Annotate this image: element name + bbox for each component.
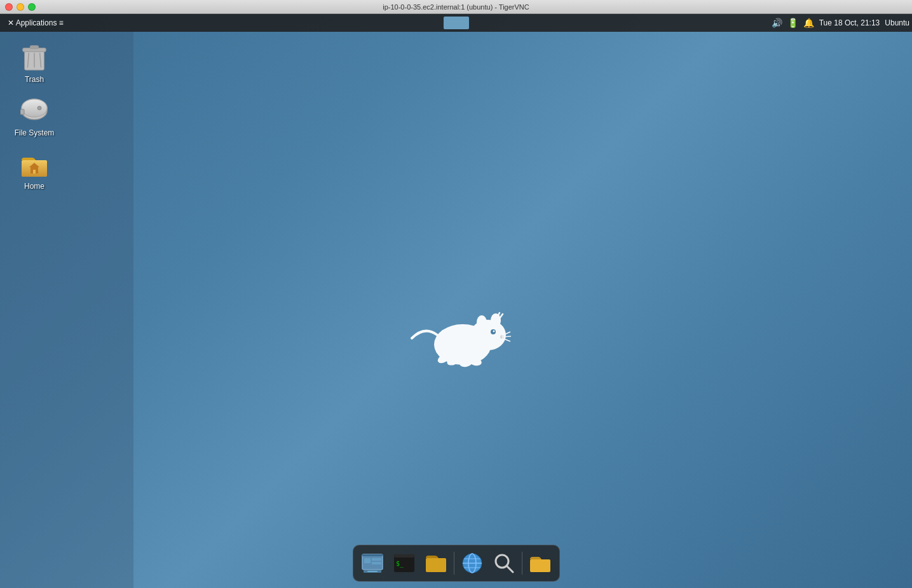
title-bar: ip-10-0-0-35.ec2.internal:1 (ubuntu) - T… [0,0,912,14]
svg-rect-36 [364,558,371,563]
trash-label: Trash [25,75,44,84]
svg-point-8 [22,99,47,117]
svg-line-49 [507,566,513,572]
svg-rect-15 [33,170,36,174]
svg-rect-37 [372,558,381,561]
window-buttons [5,3,36,11]
svg-point-21 [493,330,494,332]
window-title: ip-10-0-0-35.ec2.internal:1 (ubuntu) - T… [383,3,529,11]
home-label: Home [24,182,44,191]
panel-left: ✕ Applications ≡ [3,17,69,29]
desktop-icons: Trash [9,39,60,193]
svg-rect-35 [367,571,378,572]
filesystem-icon[interactable]: File System [9,93,60,140]
dock-browser[interactable] [457,548,487,578]
username-label: Ubuntu [885,18,909,27]
close-button[interactable] [5,3,13,11]
svg-rect-40 [394,554,414,557]
svg-rect-38 [372,562,381,564]
vnc-window: ip-10-0-0-35.ec2.internal:1 (ubuntu) - T… [0,0,912,588]
svg-point-18 [477,315,487,329]
minimize-button[interactable] [17,3,24,11]
dock-separator-1 [454,552,454,575]
svg-rect-42 [426,558,446,572]
desktop: ✕ Applications ≡ 🔊 🔋 🔔 Tue 18 Oct, 21:13… [0,14,912,588]
xfce-mouse-logo [399,300,514,379]
dock-separator-2 [522,552,522,575]
svg-point-17 [470,320,506,350]
dock-search[interactable] [489,548,519,578]
svg-text:$_: $_ [396,560,404,568]
svg-rect-2 [30,46,38,49]
svg-rect-33 [362,554,383,556]
home-icon-image [19,149,50,179]
bottom-dock: $_ [353,545,560,582]
svg-point-10 [37,106,41,110]
svg-rect-50 [530,559,550,572]
dock-terminal[interactable]: $_ [389,548,419,578]
applications-menu-button[interactable]: ✕ Applications ≡ [3,17,69,29]
panel-right: 🔊 🔋 🔔 Tue 18 Oct, 21:13 Ubuntu [772,18,909,28]
dock-folder[interactable] [525,548,555,578]
svg-line-24 [502,336,511,337]
svg-rect-9 [20,109,24,114]
trash-icon-image [19,42,50,72]
filesystem-label: File System [15,128,55,137]
filesystem-icon-image [19,95,50,126]
active-window-indicator [444,17,469,29]
battery-icon[interactable]: 🔋 [787,18,798,28]
volume-icon[interactable]: 🔊 [772,18,782,28]
dock-file-manager[interactable] [421,548,451,578]
trash-icon[interactable]: Trash [9,39,60,86]
notification-icon[interactable]: 🔔 [803,18,814,28]
home-icon[interactable]: Home [9,146,60,193]
datetime-label: Tue 18 Oct, 21:13 [819,18,880,27]
maximize-button[interactable] [28,3,36,11]
top-panel: ✕ Applications ≡ 🔊 🔋 🔔 Tue 18 Oct, 21:13… [0,14,912,32]
dock-show-desktop[interactable] [357,548,388,578]
